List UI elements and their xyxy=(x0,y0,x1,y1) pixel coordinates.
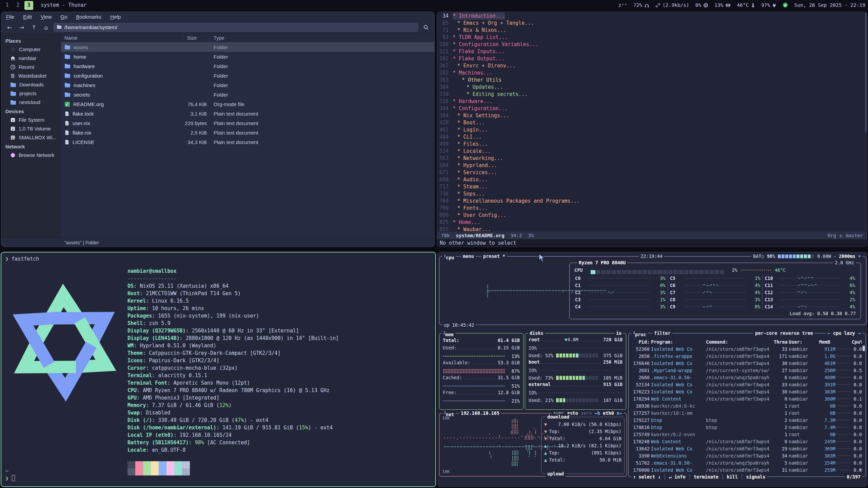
preset-tab[interactable]: preset * xyxy=(481,253,507,259)
file-row[interactable]: flake.lock3,1 KiBPlain text document xyxy=(61,109,434,118)
org-heading[interactable]: * Flake Output... xyxy=(453,55,505,62)
process-row[interactable]: 176000Isolated Web Co/nix/store/sm8fmrf3… xyxy=(631,466,863,473)
workspace-switcher[interactable]: 123 xyxy=(0,1,36,9)
org-heading[interactable]: * Flake Inputs... xyxy=(453,48,505,55)
org-heading[interactable]: * Hyprland... xyxy=(453,162,497,169)
file-row[interactable]: assetsFolder xyxy=(61,42,434,52)
path-bar[interactable]: /home/nambiar/system/ xyxy=(54,23,418,32)
org-heading[interactable]: * Steam... xyxy=(453,183,488,190)
file-row[interactable]: user.nix229 bytesPlain text document xyxy=(61,118,434,128)
org-heading[interactable]: * Login... xyxy=(453,126,488,134)
sidebar-item-file-system[interactable]: File System xyxy=(1,116,61,124)
proc-footer-keys[interactable]: ↑ select ↓ │ ↵ info │ terminate │ kill │… xyxy=(631,474,767,480)
menu-file[interactable]: File xyxy=(6,14,14,20)
org-heading[interactable]: * Audio... xyxy=(453,176,488,183)
process-row[interactable]: 177257kworker/10:1-mm_1root0B0.0 xyxy=(631,409,863,416)
org-heading[interactable]: * Updates... xyxy=(453,84,503,91)
menu-help[interactable]: Help xyxy=(110,14,121,20)
proc-col-program[interactable]: Program: xyxy=(651,339,705,345)
file-row[interactable]: flake.nix2,5 KiBPlain text document xyxy=(61,128,434,137)
proc-col-pid[interactable]: Pid: xyxy=(631,339,650,345)
file-row[interactable]: machinesFolder xyxy=(61,80,434,90)
mem-panel-title[interactable]: 2mem xyxy=(441,330,455,338)
proc-options[interactable]: per-core reverse tree xyxy=(753,330,815,336)
org-heading[interactable]: * CLI... xyxy=(453,134,482,141)
org-heading[interactable]: * Introduction... xyxy=(453,13,505,20)
menu-view[interactable]: View xyxy=(41,14,52,20)
scrollbar-thumb[interactable] xyxy=(865,13,867,133)
process-row[interactable]: 179127btopbtop2nambiar7.3M0.0 xyxy=(631,416,863,424)
org-heading[interactable]: * User Config... xyxy=(453,212,506,219)
column-headers[interactable]: NameSizeType xyxy=(61,34,434,42)
process-row[interactable]: 13642Isolated Web Co/nix/store/sm8fmrf3w… xyxy=(631,445,863,452)
column-header-size[interactable]: Size xyxy=(184,34,210,42)
file-row[interactable]: LICENSE34,3 KiBPlain text document xyxy=(61,137,434,147)
proc-sort-selector[interactable]: ← cpu lazy → xyxy=(826,330,862,336)
org-heading[interactable]: * Other Utils xyxy=(453,77,501,84)
filter-button[interactable]: filter xyxy=(652,330,672,336)
proc-panel-title[interactable]: 4proc xyxy=(631,330,648,338)
sidebar-item-nextcloud[interactable]: nextcloud xyxy=(1,98,61,107)
workspace-3[interactable]: 3 xyxy=(24,1,33,9)
search-button[interactable] xyxy=(421,23,431,32)
disks-title[interactable]: disks xyxy=(528,330,545,336)
org-heading[interactable]: * Machines... xyxy=(453,69,492,77)
proc-col-cpu[interactable]: Cpu% ↑ xyxy=(852,339,862,345)
process-row[interactable]: 2660.emacs-31.0.50-/nix/store/wnqz5pa8ra… xyxy=(631,374,863,381)
file-row[interactable]: homeFolder xyxy=(61,52,434,61)
sidebar-item-computer[interactable]: Computer xyxy=(1,45,61,54)
process-column-headers[interactable]: Pid:Program:Command:Threads:User:MemBCpu… xyxy=(631,338,863,345)
org-heading[interactable]: * Services... xyxy=(453,169,497,176)
sidebar-item-downloads[interactable]: Downloads xyxy=(1,80,61,89)
org-heading[interactable]: * Home... xyxy=(453,219,480,226)
org-heading[interactable]: * Envrc + Direnv... xyxy=(453,62,515,69)
process-row[interactable]: 178248Web Content/nix/store/sm8fmrf3wps4… xyxy=(631,438,863,445)
back-button[interactable]: ← xyxy=(5,23,14,32)
sidebar-item-recent[interactable]: Recent xyxy=(1,63,61,72)
org-heading[interactable]: * Hardware... xyxy=(453,98,492,105)
process-row[interactable]: 178616btopbtop2nambiar7.4M0.0 xyxy=(631,424,863,431)
column-header-name[interactable]: Name xyxy=(61,34,184,42)
sidebar-item-browse-network[interactable]: Browse Network xyxy=(1,151,61,160)
process-row[interactable]: 51762.emacs-31.0.50-/nix/store/wnqz5pa8r… xyxy=(631,459,863,466)
process-row[interactable]: 38936kworker/u64:6-kc1root0B0.0 xyxy=(631,402,863,409)
org-heading[interactable]: * Nix & Nixos... xyxy=(453,27,506,34)
process-row[interactable]: 2601.Hyprland-wrapp/run/current-system/s… xyxy=(631,367,863,374)
menu-edit[interactable]: Edit xyxy=(23,14,32,20)
org-heading[interactable]: * Configuration... xyxy=(453,105,508,112)
sidebar-item-projects[interactable]: projects xyxy=(1,89,61,98)
menu-go[interactable]: Go xyxy=(60,14,67,20)
menu-bookmarks[interactable]: Bookmarks xyxy=(76,14,101,20)
sidebar-item-wastebasket[interactable]: Wastebasket xyxy=(1,72,61,80)
process-row[interactable]: 176646Isolated Web Co/nix/store/sm8fmrf3… xyxy=(631,360,863,367)
org-heading[interactable]: * Networking... xyxy=(453,155,503,162)
up-button[interactable]: ↑ xyxy=(29,23,39,32)
org-heading[interactable]: * Editing secrets... xyxy=(453,91,528,98)
workspace-1[interactable]: 1 xyxy=(3,1,12,9)
org-heading[interactable]: * Configuration Variables... xyxy=(453,41,538,48)
org-heading[interactable]: * Miscellaneous Packages and Programs... xyxy=(453,198,580,205)
process-row[interactable]: 52134Isolated Web Co/nix/store/sm8fmrf3w… xyxy=(631,381,863,388)
org-heading[interactable]: * Boot... xyxy=(453,119,485,126)
process-row[interactable]: 175749kworker/6:2-even1root0B0.0 xyxy=(631,431,863,438)
org-heading[interactable]: * Fonts... xyxy=(453,205,488,212)
org-heading[interactable]: * Nix Settings... xyxy=(453,112,509,119)
menu-tab[interactable]: menu xyxy=(461,253,476,259)
org-heading[interactable]: * Files... xyxy=(453,141,488,148)
proc-scrollbar-thumb[interactable] xyxy=(863,346,865,351)
column-header-type[interactable]: Type xyxy=(210,34,434,42)
org-heading[interactable]: * Emacs + Org + Tangle... xyxy=(453,20,534,27)
file-row[interactable]: configurationFolder xyxy=(61,71,434,80)
update-interval[interactable]: - 2000ms + xyxy=(832,253,863,259)
workspace-2[interactable]: 2 xyxy=(14,1,22,9)
home-button[interactable]: ⌂ xyxy=(41,23,51,32)
proc-col-threads[interactable]: Threads: xyxy=(774,339,787,345)
file-row[interactable]: secretsFolder xyxy=(61,90,434,99)
shell-prompt-empty[interactable]: ❯ xyxy=(5,475,15,482)
proc-col-command[interactable]: Command: xyxy=(706,339,772,345)
file-row[interactable]: hardwareFolder xyxy=(61,61,434,71)
process-row[interactable]: 3390WebExtensions/nix/store/sm8fmrf3wps4… xyxy=(631,452,863,459)
cpu-panel-title[interactable]: 1cpu xyxy=(442,253,456,261)
org-heading[interactable]: * TLDR App List... xyxy=(453,34,508,41)
process-row[interactable]: 52368Isolated Web Co/nix/store/sm8fmrf3w… xyxy=(631,345,863,352)
